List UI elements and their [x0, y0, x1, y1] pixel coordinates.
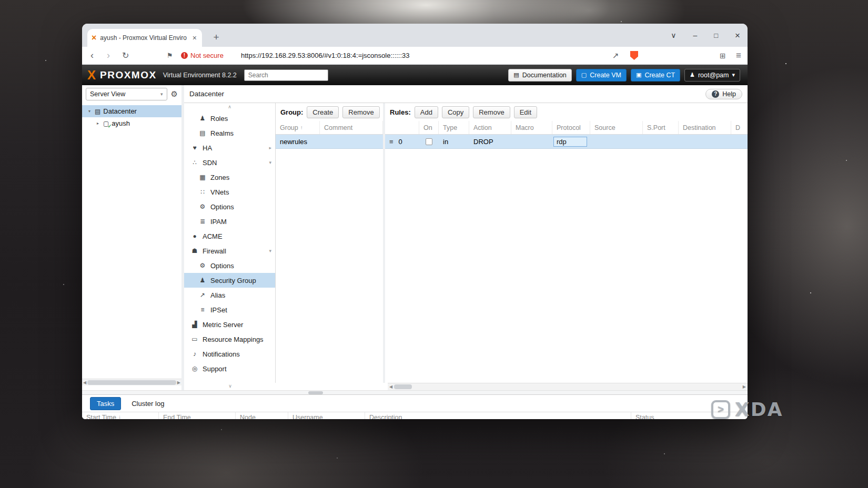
minimize-button[interactable]: – [693, 32, 697, 39]
scroll-left-icon[interactable]: ◀ [83, 380, 86, 385]
nav-item-firewall-options[interactable]: ⚙Options [184, 258, 275, 273]
url-field[interactable]: https://192.168.29.53:8006/#v1:0:18:4:=j… [241, 47, 410, 64]
nav-item-realms[interactable]: ▤Realms [184, 126, 275, 140]
nav-item-firewall[interactable]: ☗Firewall▾ [184, 243, 275, 258]
nav-item-ipam[interactable]: ≣IPAM [184, 214, 275, 229]
rule-copy-button[interactable]: Copy [442, 106, 469, 118]
nav-scroll-up-icon[interactable]: ∧ [184, 103, 275, 111]
user-menu-button[interactable]: ♟ root@pam ▾ [684, 69, 740, 82]
search-input[interactable] [244, 69, 328, 81]
nav-item-label: Metric Server [203, 321, 243, 329]
back-icon[interactable]: ‹ [90, 47, 94, 64]
menu-icon[interactable]: ≡ [736, 47, 741, 64]
nav-item-support[interactable]: ◎Support [184, 361, 275, 376]
rule-enabled-checkbox[interactable] [426, 138, 432, 145]
nav-item-ha[interactable]: ♥HA▸ [184, 140, 275, 155]
rules-panel: Rules: Add Copy Remove Edit On Type Acti… [385, 103, 748, 383]
splitter-handle[interactable] [308, 391, 323, 394]
nav-item-resource-mappings[interactable]: ▭Resource Mappings [184, 332, 275, 347]
security-status[interactable]: ! Not secure [181, 47, 224, 64]
tab-close-icon[interactable]: × [191, 34, 198, 42]
nav-item-metric-server[interactable]: ▟Metric Server [184, 317, 275, 332]
column-header-action[interactable]: Action [469, 121, 511, 134]
group-grid-header: Group↑ Comment [276, 121, 383, 135]
nav-item-acme[interactable]: ●ACME [184, 229, 275, 243]
column-header-dport[interactable]: D [731, 121, 748, 134]
scroll-left-icon[interactable]: ◀ [389, 384, 392, 389]
nav-item-alias[interactable]: ↗Alias [184, 288, 275, 302]
column-header-start-time[interactable]: Start Time↓ [82, 412, 159, 419]
nav-item-sdn[interactable]: ∴SDN▾ [184, 155, 275, 170]
sidebar-horizontal-scrollbar[interactable]: ◀ ▶ [82, 379, 181, 385]
expand-caret-icon[interactable]: ▸ [95, 121, 100, 126]
column-header-node[interactable]: Node [236, 412, 288, 419]
collapse-arrow-icon[interactable]: ▾ [269, 160, 271, 165]
select-caret-icon: ▾ [160, 92, 163, 97]
tasks-grid-header: Start Time↓ End Time Node Username Descr… [82, 412, 748, 419]
rule-edit-button[interactable]: Edit [514, 106, 537, 118]
new-tab-button[interactable]: + [209, 30, 223, 44]
drag-handle-icon[interactable]: ≡ [389, 138, 393, 146]
nav-item-security-group[interactable]: ♟Security Group [184, 273, 275, 288]
tab-tasks[interactable]: Tasks [90, 397, 121, 410]
share-icon[interactable]: ↗ [612, 47, 619, 64]
reload-icon[interactable]: ↻ [122, 47, 129, 64]
nav-item-zones[interactable]: ▦Zones [184, 170, 275, 185]
column-header-protocol[interactable]: Protocol [552, 121, 590, 134]
create-vm-button[interactable]: ▢ Create VM [576, 69, 627, 82]
tab-cluster-log[interactable]: Cluster log [132, 400, 164, 408]
column-header-group[interactable]: Group↑ [276, 121, 320, 134]
extension-icon[interactable]: ⊞ [720, 47, 726, 64]
column-label: Group [280, 124, 298, 131]
scroll-right-icon[interactable]: ▶ [743, 384, 746, 389]
rule-protocol-cell[interactable]: rdp [553, 137, 587, 147]
bottom-panel-splitter[interactable] [82, 390, 748, 394]
desktop: × ayush - Proxmox Virtual Enviro × + ∨ –… [0, 0, 868, 488]
nav-item-notifications[interactable]: ♪Notifications [184, 347, 275, 361]
group-create-button[interactable]: Create [307, 106, 339, 118]
tree-item-datacenter[interactable]: ▾ ▤ Datacenter [82, 105, 181, 117]
column-label: On [423, 124, 432, 131]
scrollbar-thumb[interactable] [394, 384, 412, 389]
column-header-pos[interactable] [385, 121, 419, 134]
collapse-arrow-icon[interactable]: ▾ [269, 248, 271, 253]
help-button[interactable]: ? Help [705, 89, 742, 99]
maximize-button[interactable]: □ [714, 32, 718, 39]
create-ct-button[interactable]: ▣ Create CT [631, 69, 680, 82]
column-header-on[interactable]: On [419, 121, 439, 134]
column-header-macro[interactable]: Macro [511, 121, 552, 134]
view-mode-select[interactable]: Server View ▾ [86, 88, 167, 100]
column-header-end-time[interactable]: End Time [159, 412, 236, 419]
scroll-right-icon[interactable]: ▶ [177, 380, 180, 385]
column-header-description[interactable]: Description [365, 412, 631, 419]
browser-tab[interactable]: × ayush - Proxmox Virtual Enviro × [87, 29, 202, 47]
expand-caret-icon[interactable]: ▾ [87, 109, 92, 114]
bookmark-icon[interactable]: ⚑ [167, 47, 173, 64]
column-header-username[interactable]: Username [288, 412, 365, 419]
close-button[interactable]: × [735, 31, 740, 40]
rule-row-0[interactable]: ≡ 0 in DROP rdp [385, 135, 748, 149]
tab-search-icon[interactable]: ∨ [671, 32, 676, 39]
rule-add-button[interactable]: Add [415, 106, 438, 118]
tree-item-ayush[interactable]: ▸ ▢✓ ayush [82, 117, 181, 129]
forward-icon[interactable]: › [107, 47, 110, 64]
nav-item-roles[interactable]: ♟Roles [184, 111, 275, 126]
column-header-comment[interactable]: Comment [320, 121, 383, 134]
group-remove-button[interactable]: Remove [342, 106, 379, 118]
column-header-source[interactable]: Source [590, 121, 643, 134]
scrollbar-thumb[interactable] [87, 380, 176, 385]
rule-action-cell: DROP [469, 138, 511, 146]
sidebar-gear-icon[interactable]: ⚙ [171, 89, 178, 99]
nav-item-ipset[interactable]: ≡IPSet [184, 302, 275, 317]
documentation-button[interactable]: ▤ Documentation [508, 69, 571, 82]
brave-shield-icon[interactable] [630, 47, 638, 64]
rule-remove-button[interactable]: Remove [473, 106, 510, 118]
column-header-type[interactable]: Type [439, 121, 469, 134]
column-header-destination[interactable]: Destination [679, 121, 731, 134]
rules-horizontal-scrollbar[interactable]: ◀ ▶ [388, 383, 748, 390]
nav-scroll-down-icon[interactable]: ∨ [184, 383, 276, 390]
column-header-sport[interactable]: S.Port [643, 121, 679, 134]
group-row-newrules[interactable]: newrules [276, 135, 383, 149]
nav-item-sdn-options[interactable]: ⚙Options [184, 199, 275, 214]
nav-item-vnets[interactable]: ∷VNets [184, 185, 275, 199]
